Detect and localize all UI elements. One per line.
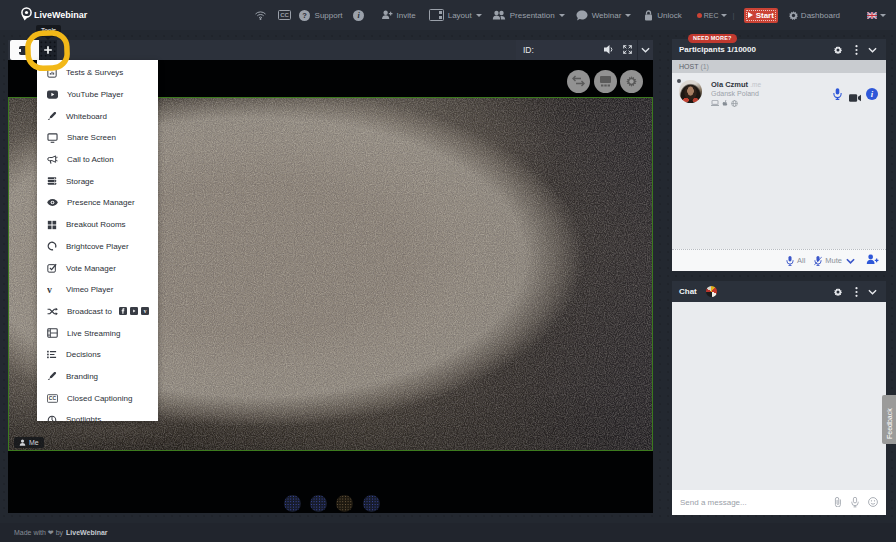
svg-text:v: v bbox=[47, 285, 52, 294]
svg-text:CC: CC bbox=[280, 12, 289, 18]
svg-text:CC: CC bbox=[49, 395, 57, 401]
svg-text:?: ? bbox=[302, 11, 307, 20]
svg-text:v: v bbox=[144, 308, 147, 314]
